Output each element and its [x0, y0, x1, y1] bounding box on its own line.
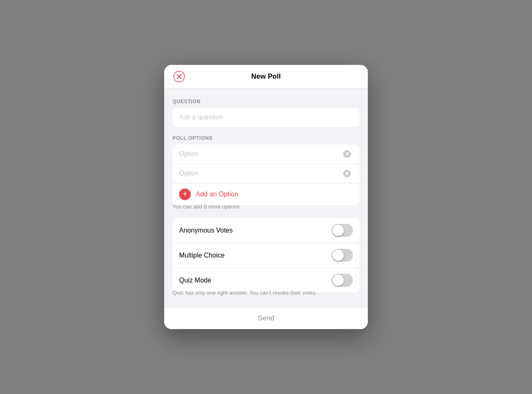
question-input[interactable] [172, 108, 360, 127]
settings-section: Anonymous Votes Multiple Choice Quiz Mod… [172, 218, 360, 297]
new-poll-modal: New Poll QUESTION POLL OPTIONS [164, 65, 368, 329]
poll-options-label: POLL OPTIONS [172, 135, 360, 141]
question-section: QUESTION [172, 99, 360, 127]
quiz-mode-toggle[interactable] [332, 274, 353, 287]
modal-footer: Send [164, 307, 368, 329]
modal-body: QUESTION POLL OPTIONS [164, 89, 368, 307]
settings-card: Anonymous Votes Multiple Choice Quiz Mod… [172, 218, 360, 292]
send-button[interactable]: Send [258, 314, 274, 322]
multiple-choice-toggle[interactable] [332, 249, 353, 262]
clear-icon-2 [343, 169, 351, 178]
poll-options-section: POLL OPTIONS [172, 135, 360, 210]
clear-icon-1 [343, 150, 351, 158]
anonymous-votes-row: Anonymous Votes [172, 218, 360, 243]
add-option-circle: + [179, 188, 191, 200]
modal-title: New Poll [251, 72, 281, 81]
plus-icon: + [182, 190, 187, 198]
close-icon [173, 71, 185, 82]
anonymous-votes-label: Anonymous Votes [179, 227, 233, 234]
option-row-1 [172, 144, 360, 164]
options-hint: You can add 8 more options [172, 203, 360, 210]
option-row-2 [172, 164, 360, 183]
quiz-hint: Quiz has only one right answer. You can'… [172, 289, 360, 297]
modal-header: New Poll [164, 65, 368, 89]
add-option-label: Add an Option [196, 191, 238, 198]
poll-options-card: + Add an Option [172, 144, 360, 205]
multiple-choice-label: Multiple Choice [179, 252, 224, 259]
option-clear-button-1[interactable] [341, 148, 353, 160]
option-input-2[interactable] [179, 164, 338, 183]
anonymous-votes-toggle[interactable] [332, 224, 353, 237]
quiz-mode-label: Quiz Mode [179, 277, 211, 284]
question-label: QUESTION [172, 99, 360, 104]
option-clear-button-2[interactable] [341, 168, 353, 179]
option-input-1[interactable] [179, 144, 338, 164]
close-button[interactable] [172, 70, 186, 83]
add-option-row[interactable]: + Add an Option [172, 183, 360, 205]
multiple-choice-row: Multiple Choice [172, 243, 360, 268]
